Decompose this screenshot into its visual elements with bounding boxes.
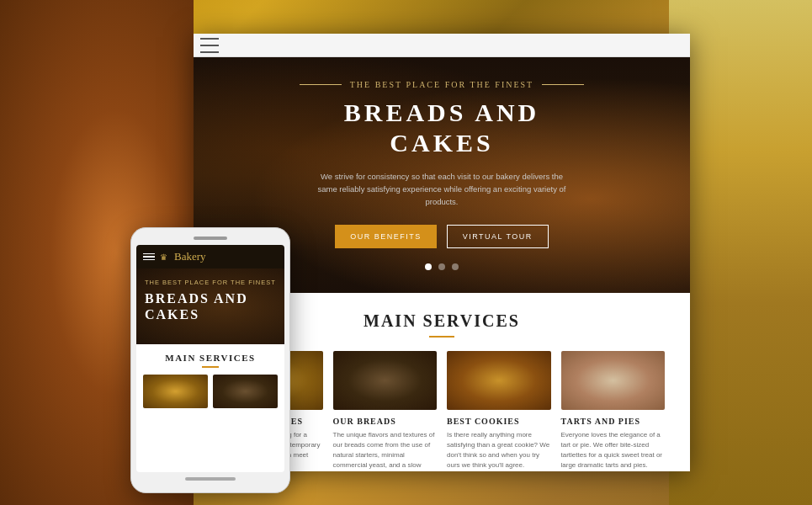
phone-services-title: MAIN SERVICES <box>143 353 278 363</box>
phone-body: ♛ Bakery THE BEST PLACE FOR THE FINEST B… <box>130 227 290 493</box>
phone-logo-text: Bakery <box>174 250 206 263</box>
phone-services-divider <box>202 366 219 368</box>
phone-hero-section: THE BEST PLACE FOR THE FINEST BREADS AND… <box>136 268 284 344</box>
phone-service-img-1 <box>143 375 208 408</box>
phone-hero-subtitle: THE BEST PLACE FOR THE FINEST <box>145 279 276 286</box>
hero-description: We strive for consistency so that each v… <box>316 170 568 209</box>
phone-hero-title: BREADS ANDCAKES <box>145 290 276 322</box>
phone-mockup: ♛ Bakery THE BEST PLACE FOR THE FINEST B… <box>130 227 290 493</box>
best-cookies-image <box>447 351 551 410</box>
best-cookies-name: BEST COOKIES <box>447 417 551 426</box>
service-best-cookies: BEST COOKIES Is there really anything mo… <box>447 351 551 471</box>
our-breads-image <box>333 351 438 410</box>
hero-content: THE BEST PLACE FOR THE FINEST BREADS AND… <box>283 63 601 288</box>
tarts-pies-desc: Everyone loves the elegance of a tart or… <box>561 430 666 470</box>
phone-services-grid <box>143 375 278 408</box>
dot-1[interactable] <box>425 263 432 270</box>
wheat-right-bg <box>669 0 812 505</box>
phone-service-img-2 <box>213 375 278 408</box>
tarts-pies-name: TARTS AND PIES <box>561 417 666 426</box>
hero-carousel-dots <box>300 263 584 270</box>
phone-speaker <box>194 237 227 240</box>
dot-3[interactable] <box>452 263 459 270</box>
virtual-tour-button[interactable]: VIRTUAL TOUR <box>447 225 549 248</box>
tarts-pies-image <box>561 351 666 410</box>
service-our-breads: OUR BREADS The unique flavors and textur… <box>333 351 438 471</box>
service-tarts-pies: TARTS AND PIES Everyone loves the elegan… <box>561 351 666 471</box>
phone-services-section: MAIN SERVICES <box>136 344 284 417</box>
dot-2[interactable] <box>438 263 445 270</box>
our-benefits-button[interactable]: OUR BENEFITS <box>335 225 437 248</box>
menu-icon-button[interactable] <box>200 38 219 53</box>
our-breads-desc: The unique flavors and textures of our b… <box>333 430 438 471</box>
phone-menu-icon[interactable] <box>143 253 155 261</box>
best-cookies-desc: Is there really anything more satisfying… <box>447 430 551 470</box>
hero-subtitle: THE BEST PLACE FOR THE FINEST <box>300 80 584 89</box>
phone-screen: ♛ Bakery THE BEST PLACE FOR THE FINEST B… <box>136 245 284 472</box>
our-breads-name: OUR BREADS <box>333 417 438 426</box>
phone-logo-crown-icon: ♛ <box>160 252 167 262</box>
phone-navbar: ♛ Bakery <box>136 245 284 268</box>
services-divider <box>429 336 454 338</box>
hero-buttons: OUR BENEFITS VIRTUAL TOUR <box>300 225 584 248</box>
phone-home-indicator[interactable] <box>185 477 236 481</box>
hero-title: BREADS ANDCAKES <box>300 98 584 158</box>
browser-toolbar <box>194 34 690 57</box>
